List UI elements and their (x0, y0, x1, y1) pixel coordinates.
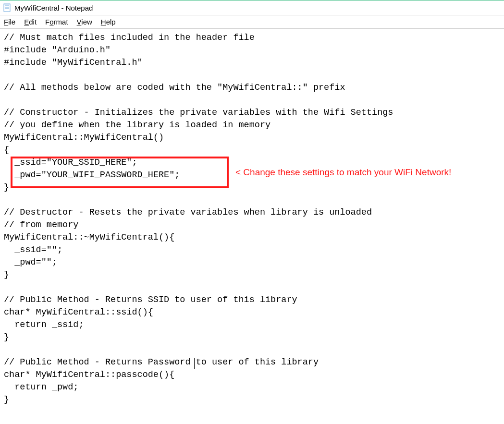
code-line: #include "MyWifiCentral.h" (4, 58, 143, 68)
code-line: #include "Arduino.h" (4, 45, 111, 55)
code-line: } (4, 395, 9, 405)
code-line: } (4, 182, 9, 193)
code-line: char* MyWifiCentral::passcode(){ (4, 370, 174, 380)
code-line: // from memory (4, 220, 78, 230)
text-cursor (194, 358, 195, 369)
menu-file[interactable]: File (2, 17, 17, 27)
menu-help[interactable]: Help (99, 17, 118, 27)
code-line: _ssid=""; (4, 245, 62, 255)
code-line: return _ssid; (4, 320, 84, 330)
menu-edit[interactable]: Edit (22, 17, 38, 27)
code-line: { (4, 145, 9, 155)
code-line: MyWifiCentral::~MyWifiCentral(){ (4, 232, 174, 242)
window-title: MyWifiCentral - Notepad (14, 4, 93, 12)
menu-view[interactable]: View (75, 17, 94, 27)
code-line: // Destructor - Resets the private varia… (4, 207, 372, 218)
code-line: // Must match files included in the head… (4, 33, 255, 43)
code-content[interactable]: // Must match files included in the head… (4, 32, 500, 406)
editor-area[interactable]: < Change these settings to match your Wi… (0, 29, 504, 409)
code-line: } (4, 270, 9, 280)
menu-format[interactable]: Format (43, 17, 70, 27)
code-line: _ssid="YOUR_SSID_HERE"; (4, 157, 137, 168)
code-line: // Constructor - Initializes the private… (4, 108, 393, 118)
code-line: char* MyWifiCentral::ssid(){ (4, 307, 153, 317)
window-titlebar: MyWifiCentral - Notepad (0, 0, 504, 15)
code-line: MyWifiCentral::MyWifiCentral() (4, 133, 164, 143)
code-line: return _pwd; (4, 382, 78, 392)
code-line: // All methods below are coded with the … (4, 83, 345, 93)
notepad-icon (3, 3, 12, 12)
code-line: _pwd="YOUR_WIFI_PASSWORD_HERE"; (4, 170, 180, 180)
code-line: // you define when the library is loaded… (4, 120, 270, 130)
code-line: _pwd=""; (4, 257, 57, 267)
annotation-text: < Change these settings to match your Wi… (235, 167, 451, 178)
code-line: // Public Method - Returns SSID to user … (4, 295, 297, 305)
menu-bar: File Edit Format View Help (0, 15, 504, 29)
svg-rect-4 (4, 4, 10, 5)
code-line: // Public Method - Returns Password to u… (4, 357, 319, 367)
code-line: } (4, 332, 9, 342)
